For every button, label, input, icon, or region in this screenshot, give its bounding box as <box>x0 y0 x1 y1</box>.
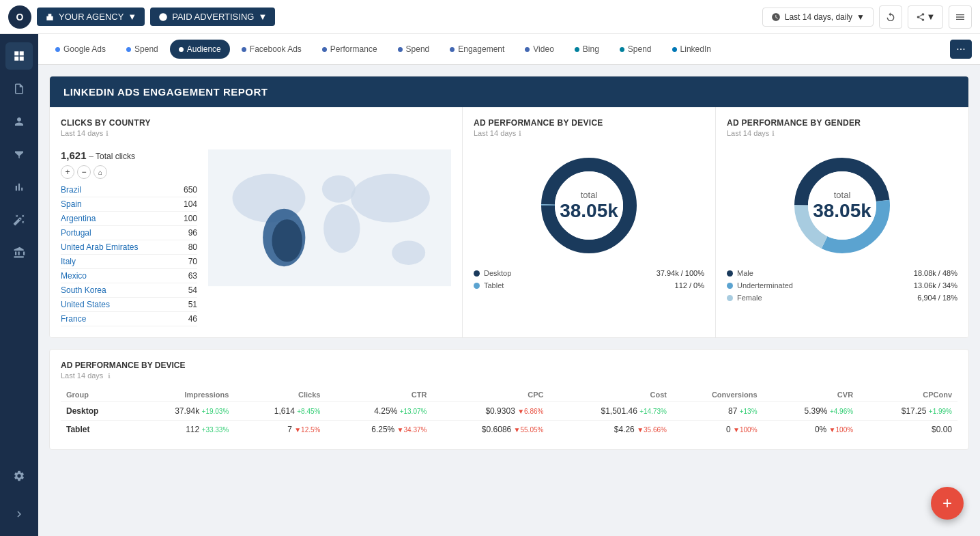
table-header: CTR <box>326 388 432 402</box>
legend-dot <box>727 283 733 289</box>
agency-icon <box>45 12 55 22</box>
table-title: AD PERFORMANCE BY DEVICE <box>61 361 957 370</box>
table-card: AD PERFORMANCE BY DEVICE Last 14 days ℹ … <box>49 349 969 450</box>
bank-icon <box>13 246 25 259</box>
legend-item: Desktop 37.94k / 100% <box>474 267 704 279</box>
legend-item: Underterminated 13.06k / 34% <box>727 279 957 292</box>
country-item[interactable]: United Arab Emirates80 <box>61 240 197 255</box>
date-label: Last 14 days, daily <box>785 12 852 22</box>
table-header: Conversions <box>672 388 763 402</box>
channel-dropdown[interactable]: PAID ADVERTISING ▼ <box>150 8 275 26</box>
country-item[interactable]: South Korea54 <box>61 283 197 298</box>
tab-google-ads[interactable]: Google Ads <box>46 40 115 59</box>
home-country-button[interactable]: ⌂ <box>93 165 107 179</box>
sidebar-item-reports[interactable] <box>5 75 33 102</box>
top-navigation: O YOUR AGENCY ▼ PAID ADVERTISING ▼ Last … <box>0 0 980 34</box>
tab-spend3[interactable]: Spend <box>611 40 661 59</box>
country-list: Brazil650Spain104Argentina100Portugal96U… <box>61 183 197 326</box>
country-item[interactable]: Spain104 <box>61 197 197 212</box>
sidebar-item-filter[interactable] <box>5 141 33 168</box>
clicks-total: 1,621 – Total clicks <box>61 150 197 161</box>
filter-icon <box>13 148 25 160</box>
magic-icon <box>13 214 25 226</box>
date-picker[interactable]: Last 14 days, daily ▼ <box>762 8 874 27</box>
report-wrapper: LINKEDIN ADS ENGAGEMENT REPORT CLICKS BY… <box>49 76 969 338</box>
date-chevron: ▼ <box>856 12 865 22</box>
country-item[interactable]: France46 <box>61 312 197 326</box>
expand-icon <box>13 508 25 520</box>
channel-chevron: ▼ <box>258 12 267 22</box>
device-total-value: 38.05k <box>560 200 618 222</box>
agency-label: YOUR AGENCY <box>59 12 124 22</box>
tab-spend2[interactable]: Spend <box>389 40 439 59</box>
add-country-button[interactable]: + <box>61 165 74 179</box>
tab-audience[interactable]: Audience <box>170 40 230 59</box>
world-map <box>208 143 451 293</box>
clock-icon <box>771 12 781 22</box>
device-donut-container: total 38.05k <box>474 151 704 260</box>
sidebar-item-settings[interactable] <box>5 462 33 490</box>
device-donut: total 38.05k <box>534 151 644 260</box>
gender-legend: Male 18.08k / 48% Underterminated 13.06k… <box>727 267 957 304</box>
table-header: Group <box>61 388 130 402</box>
svg-point-8 <box>272 219 302 262</box>
fab-button[interactable]: + <box>931 487 964 520</box>
hamburger-icon <box>955 12 966 23</box>
gender-total-value: 38.05k <box>813 200 871 222</box>
sidebar-item-bank[interactable] <box>5 239 33 266</box>
report-header: LINKEDIN ADS ENGAGEMENT REPORT <box>50 76 968 107</box>
device-subtitle: Last 14 days ℹ <box>474 129 704 137</box>
remove-country-button[interactable]: − <box>77 165 91 179</box>
tab-facebook-ads[interactable]: Facebook Ads <box>233 40 311 59</box>
country-item[interactable]: Mexico63 <box>61 269 197 283</box>
performance-table: GroupImpressionsClicksCTRCPCCostConversi… <box>61 388 957 438</box>
group-cell: Desktop <box>61 402 130 421</box>
clicks-country-title: CLICKS BY COUNTRY <box>61 118 451 128</box>
table-header: CPC <box>432 388 549 402</box>
menu-button[interactable] <box>949 5 972 29</box>
legend-dot <box>727 270 733 277</box>
app-logo: O <box>8 5 31 29</box>
tab-engagement[interactable]: Engagement <box>441 40 513 59</box>
settings-icon <box>13 470 25 482</box>
legend-dot <box>474 270 480 277</box>
tab-bing[interactable]: Bing <box>566 40 608 59</box>
svg-point-7 <box>392 240 425 265</box>
country-item[interactable]: United States51 <box>61 298 197 312</box>
refresh-button[interactable] <box>879 5 902 29</box>
tab-video[interactable]: Video <box>516 40 562 59</box>
agency-dropdown[interactable]: YOUR AGENCY ▼ <box>37 8 145 26</box>
country-item[interactable]: Portugal96 <box>61 226 197 240</box>
sidebar-item-chart[interactable] <box>5 173 33 201</box>
tab-linkedin[interactable]: LinkedIn <box>663 40 720 59</box>
sidebar-item-magic[interactable] <box>5 206 33 234</box>
share-icon <box>916 12 925 22</box>
device-title: AD PERFORMANCE BY DEVICE <box>474 118 704 128</box>
tab-performance[interactable]: Performance <box>313 40 386 59</box>
country-item[interactable]: Italy70 <box>61 255 197 269</box>
sidebar-item-expand[interactable] <box>5 500 33 528</box>
sidebar-item-dashboard[interactable] <box>5 42 33 70</box>
gender-donut: total 38.05k <box>788 151 897 260</box>
gender-donut-container: total 38.05k <box>727 151 957 260</box>
sidebar-item-audience[interactable] <box>5 108 33 135</box>
channel-label: PAID ADVERTISING <box>172 12 254 22</box>
map-section <box>208 143 451 326</box>
country-item[interactable]: Argentina100 <box>61 212 197 226</box>
legend-dot <box>474 283 480 289</box>
share-button[interactable]: ▼ <box>908 5 943 29</box>
legend-item: Male 18.08k / 48% <box>727 267 957 279</box>
tab-spend1[interactable]: Spend <box>117 40 167 59</box>
svg-point-4 <box>322 175 356 203</box>
clicks-by-country-card: CLICKS BY COUNTRY Last 14 days ℹ 1,621 –… <box>50 107 463 337</box>
group-cell: Tablet <box>61 421 130 439</box>
report-area: LINKEDIN ADS ENGAGEMENT REPORT CLICKS BY… <box>38 65 980 461</box>
ad-perf-gender-card: AD PERFORMANCE BY GENDER Last 14 days ℹ <box>716 107 968 337</box>
table-header: Cost <box>549 388 672 402</box>
tab-more-button[interactable]: ··· <box>950 40 972 59</box>
grid-icon <box>13 50 25 62</box>
svg-point-6 <box>351 173 430 222</box>
gender-total-label: total <box>813 190 871 200</box>
channel-icon <box>158 12 168 22</box>
country-item[interactable]: Brazil650 <box>61 183 197 197</box>
